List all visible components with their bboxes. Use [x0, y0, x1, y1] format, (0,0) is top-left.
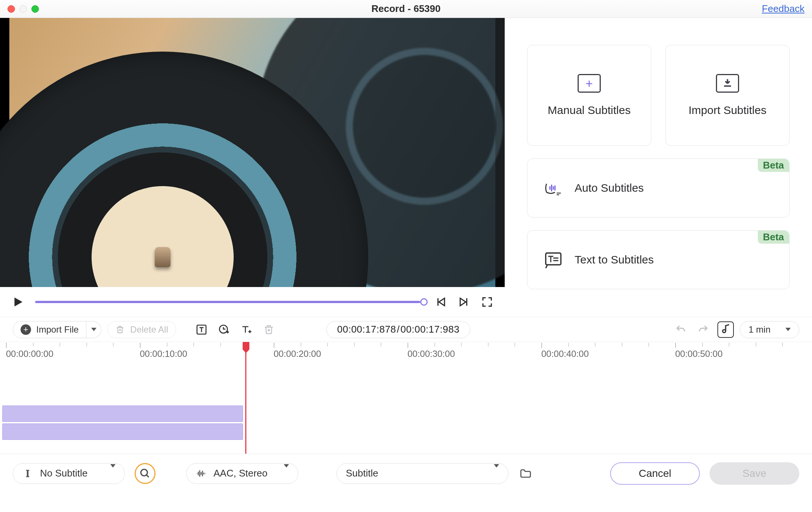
- ruler-tick-minor: [354, 343, 355, 346]
- import-subtitles-label: Import Subtitles: [689, 104, 766, 117]
- manual-subtitles-button[interactable]: + Manual Subtitles: [527, 45, 651, 146]
- chevron-down-icon: [785, 328, 791, 331]
- next-frame-button[interactable]: [458, 296, 470, 308]
- video-clip[interactable]: [2, 405, 243, 422]
- text-to-subtitles-label: Text to Subtitles: [575, 253, 654, 266]
- footer-bar: No Subtitle AAC, Stereo Subtitle Cancel …: [0, 454, 812, 493]
- text-to-subtitles-button[interactable]: Beta Text to Subtitles: [527, 230, 790, 289]
- chevron-down-icon: [284, 464, 289, 479]
- preview-column: [0, 18, 505, 317]
- save-button: Save: [710, 462, 799, 485]
- speech-plus-icon: [218, 324, 230, 336]
- ruler-tick-minor: [86, 343, 87, 346]
- skip-forward-icon: [458, 296, 470, 308]
- ruler-tick-minor: [59, 343, 60, 346]
- ruler-tick-major: 00:00:20:00: [274, 343, 321, 361]
- ruler-tick-minor: [595, 343, 596, 346]
- svg-point-3: [141, 469, 148, 476]
- ruler-tick-minor: [113, 343, 114, 346]
- beta-badge: Beta: [758, 159, 789, 172]
- ruler-tick-major: 00:00:50:00: [675, 343, 723, 361]
- delete-all-button[interactable]: Delete All: [107, 321, 176, 338]
- ruler-tick-minor: [622, 343, 622, 346]
- ruler-tick-label: 00:00:00:00: [6, 349, 53, 359]
- import-subtitles-button[interactable]: Import Subtitles: [665, 45, 790, 146]
- auto-subtitles-button[interactable]: Beta Auto Subtitles: [527, 158, 790, 218]
- plus-icon: +: [585, 77, 593, 90]
- titlebar: Record - 65390 Feedback: [0, 0, 812, 18]
- trash-x-icon: [115, 325, 125, 334]
- search-button[interactable]: [135, 463, 156, 484]
- ruler-tick-minor: [568, 343, 569, 346]
- ruler-tick-major: 00:00:30:00: [407, 343, 455, 361]
- video-preview[interactable]: [0, 18, 505, 287]
- timeline[interactable]: 00:00:00:0000:00:10:0000:00:20:0000:00:3…: [0, 342, 812, 454]
- ruler-tick-minor: [220, 343, 221, 346]
- open-folder-button[interactable]: [518, 466, 533, 481]
- ruler-tick-label: 00:00:30:00: [407, 349, 455, 359]
- auto-subtitles-icon: [542, 177, 564, 199]
- ruler-tick-minor: [782, 343, 783, 346]
- beta-badge: Beta: [758, 231, 789, 244]
- magnifier-icon: [139, 468, 151, 479]
- manual-subtitles-icon: +: [578, 74, 601, 93]
- ruler-tick-minor: [648, 343, 649, 346]
- audio-view-button[interactable]: [717, 321, 734, 338]
- undo-icon: [675, 324, 686, 335]
- redo-button[interactable]: [695, 321, 711, 338]
- time-current: 00:00:17:878: [337, 324, 396, 335]
- ruler-tick-label: 00:00:10:00: [140, 349, 187, 359]
- add-text-plus-button[interactable]: [238, 321, 255, 338]
- audio-clip[interactable]: [2, 423, 243, 440]
- svg-rect-0: [546, 253, 561, 265]
- fullscreen-button[interactable]: [481, 296, 493, 308]
- cancel-button[interactable]: Cancel: [610, 462, 700, 485]
- add-text-button[interactable]: [193, 321, 210, 338]
- minimize-window-icon[interactable]: [19, 5, 27, 13]
- chevron-down-icon: [91, 328, 96, 331]
- ruler-tick-minor: [514, 343, 515, 346]
- add-speech-button[interactable]: [216, 321, 232, 338]
- cancel-label: Cancel: [639, 468, 671, 479]
- audio-track-select[interactable]: AAC, Stereo: [186, 463, 298, 484]
- ruler-tick-minor: [756, 343, 756, 346]
- timeline-ruler[interactable]: 00:00:00:0000:00:10:0000:00:20:0000:00:3…: [0, 343, 812, 361]
- window-controls: [7, 5, 39, 13]
- ruler-tick-minor: [327, 343, 328, 346]
- zoom-window-icon[interactable]: [31, 5, 39, 13]
- redo-icon: [698, 324, 709, 335]
- play-button[interactable]: [11, 295, 25, 309]
- import-file-dropdown[interactable]: [86, 321, 101, 338]
- feedback-link[interactable]: Feedback: [762, 3, 805, 15]
- import-file-button[interactable]: + Import File: [13, 321, 86, 338]
- ruler-tick-minor: [381, 343, 381, 346]
- playhead-handle-icon[interactable]: [243, 342, 249, 349]
- zoom-select[interactable]: 1 min: [740, 321, 799, 338]
- ruler-tick-minor: [301, 343, 301, 346]
- time-total: 00:00:17:983: [400, 324, 459, 335]
- timeline-tracks: [2, 405, 812, 440]
- upper-area: + Manual Subtitles Import Subtitles Beta: [0, 18, 812, 317]
- ruler-tick-minor: [33, 343, 34, 346]
- plus-circle-icon: +: [21, 324, 31, 335]
- ruler-tick-major: 00:00:00:00: [6, 343, 53, 361]
- delete-all-label: Delete All: [130, 324, 168, 335]
- subtitle-dest-label: Subtitle: [346, 468, 378, 479]
- editor-window: Record - 65390 Feedback: [0, 0, 812, 512]
- close-window-icon[interactable]: [7, 5, 15, 13]
- playhead[interactable]: [245, 342, 246, 454]
- chevron-down-icon: [494, 464, 499, 479]
- undo-button[interactable]: [673, 321, 689, 338]
- progress-thumb[interactable]: [420, 298, 428, 306]
- prev-frame-button[interactable]: [434, 296, 447, 308]
- manual-subtitles-label: Manual Subtitles: [548, 104, 631, 117]
- progress-fill: [35, 301, 420, 303]
- subtitle-track-label: No Subtitle: [40, 468, 87, 479]
- chevron-down-icon: [110, 464, 116, 479]
- audio-track-label: AAC, Stereo: [213, 468, 268, 479]
- delete-selected-button[interactable]: [261, 321, 277, 338]
- subtitle-dest-select[interactable]: Subtitle: [336, 463, 508, 484]
- zoom-label: 1 min: [748, 324, 771, 335]
- progress-slider[interactable]: [35, 301, 424, 303]
- subtitle-track-select[interactable]: No Subtitle: [13, 463, 125, 484]
